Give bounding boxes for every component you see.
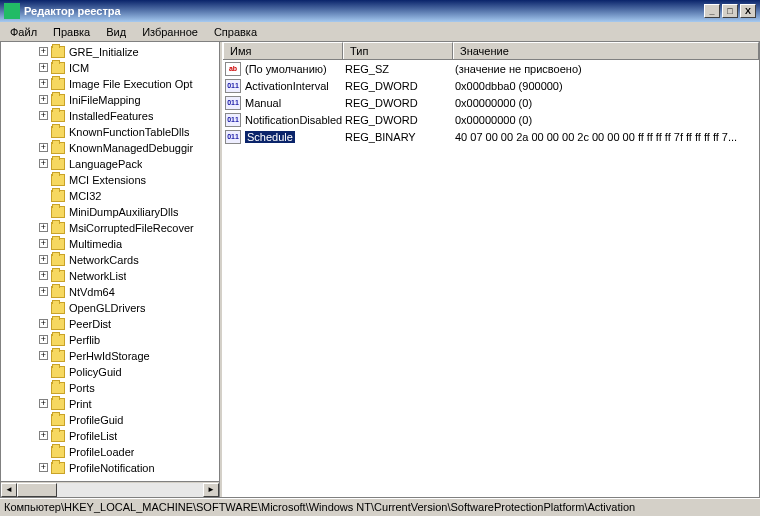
expand-icon[interactable]: + <box>39 223 48 232</box>
list-row[interactable]: 011NotificationDisabledREG_DWORD0x000000… <box>223 111 759 128</box>
cell-value: 40 07 00 00 2a 00 00 00 2c 00 00 00 ff f… <box>455 131 757 143</box>
tree-item[interactable]: +GRE_Initialize <box>1 44 219 60</box>
folder-icon <box>51 382 65 394</box>
tree-label: MiniDumpAuxiliaryDlls <box>69 206 178 218</box>
tree-item[interactable]: PolicyGuid <box>1 364 219 380</box>
expand-icon[interactable]: + <box>39 271 48 280</box>
tree-item[interactable]: ProfileGuid <box>1 412 219 428</box>
tree-item[interactable]: +Perflib <box>1 332 219 348</box>
menu-item-3[interactable]: Избранное <box>134 24 206 40</box>
list-body[interactable]: ab(По умолчанию)REG_SZ(значение не присв… <box>223 60 759 497</box>
tree-item[interactable]: +LanguagePack <box>1 156 219 172</box>
tree-item[interactable]: +PerHwIdStorage <box>1 348 219 364</box>
menu-item-2[interactable]: Вид <box>98 24 134 40</box>
scroll-right-button[interactable]: ► <box>203 483 219 497</box>
column-header-value[interactable]: Значение <box>453 42 759 59</box>
folder-icon <box>51 142 65 154</box>
close-button[interactable]: X <box>740 4 756 18</box>
expand-icon[interactable]: + <box>39 95 48 104</box>
folder-icon <box>51 286 65 298</box>
tree-label: InstalledFeatures <box>69 110 153 122</box>
tree-item[interactable]: +InstalledFeatures <box>1 108 219 124</box>
maximize-button[interactable]: □ <box>722 4 738 18</box>
expand-icon[interactable]: + <box>39 351 48 360</box>
tree-label: ProfileNotification <box>69 462 155 474</box>
expand-icon[interactable]: + <box>39 319 48 328</box>
expand-icon[interactable]: + <box>39 287 48 296</box>
menu-item-0[interactable]: Файл <box>2 24 45 40</box>
scroll-thumb[interactable] <box>17 483 57 497</box>
expand-icon[interactable]: + <box>39 335 48 344</box>
tree-label: MCI32 <box>69 190 101 202</box>
column-header-type[interactable]: Тип <box>343 42 453 59</box>
tree-item[interactable]: MCI32 <box>1 188 219 204</box>
tree-item[interactable]: +NetworkCards <box>1 252 219 268</box>
expand-icon[interactable]: + <box>39 47 48 56</box>
tree-item[interactable]: +MsiCorruptedFileRecover <box>1 220 219 236</box>
column-header-name[interactable]: Имя <box>223 42 343 59</box>
tree-label: PeerDist <box>69 318 111 330</box>
folder-icon <box>51 254 65 266</box>
folder-icon <box>51 62 65 74</box>
menu-item-1[interactable]: Правка <box>45 24 98 40</box>
tree-item[interactable]: OpenGLDrivers <box>1 300 219 316</box>
folder-icon <box>51 414 65 426</box>
tree-label: ProfileList <box>69 430 117 442</box>
list-row[interactable]: 011ScheduleREG_BINARY40 07 00 00 2a 00 0… <box>223 128 759 145</box>
tree-item[interactable]: +Print <box>1 396 219 412</box>
tree-label: ProfileLoader <box>69 446 134 458</box>
tree-item[interactable]: MiniDumpAuxiliaryDlls <box>1 204 219 220</box>
binary-value-icon: 011 <box>225 79 241 93</box>
list-pane: Имя Тип Значение ab(По умолчанию)REG_SZ(… <box>223 42 759 497</box>
minimize-button[interactable]: _ <box>704 4 720 18</box>
expand-icon[interactable]: + <box>39 399 48 408</box>
menu-item-4[interactable]: Справка <box>206 24 265 40</box>
folder-icon <box>51 206 65 218</box>
scroll-left-button[interactable]: ◄ <box>1 483 17 497</box>
app-icon <box>4 3 20 19</box>
tree-item[interactable]: KnownFunctionTableDlls <box>1 124 219 140</box>
tree-item[interactable]: +Image File Execution Opt <box>1 76 219 92</box>
list-row[interactable]: ab(По умолчанию)REG_SZ(значение не присв… <box>223 60 759 77</box>
string-value-icon: ab <box>225 62 241 76</box>
expand-icon[interactable]: + <box>39 79 48 88</box>
expand-icon[interactable]: + <box>39 159 48 168</box>
statusbar: Компьютер\HKEY_LOCAL_MACHINE\SOFTWARE\Mi… <box>0 498 760 516</box>
binary-value-icon: 011 <box>225 113 241 127</box>
expand-icon[interactable]: + <box>39 111 48 120</box>
tree-item[interactable]: +ProfileNotification <box>1 460 219 476</box>
tree-label: KnownManagedDebuggir <box>69 142 193 154</box>
folder-icon <box>51 302 65 314</box>
expand-icon[interactable]: + <box>39 255 48 264</box>
window-title: Редактор реестра <box>24 5 704 17</box>
expand-icon[interactable]: + <box>39 463 48 472</box>
tree-label: OpenGLDrivers <box>69 302 145 314</box>
tree-item[interactable]: ProfileLoader <box>1 444 219 460</box>
tree-item[interactable]: Ports <box>1 380 219 396</box>
folder-icon <box>51 446 65 458</box>
menubar: ФайлПравкаВидИзбранноеСправка <box>0 22 760 42</box>
binary-value-icon: 011 <box>225 130 241 144</box>
tree-content[interactable]: +GRE_Initialize+ICM+Image File Execution… <box>1 42 219 481</box>
tree-item[interactable]: +NtVdm64 <box>1 284 219 300</box>
cell-type: REG_DWORD <box>345 114 455 126</box>
tree-item[interactable]: +ProfileList <box>1 428 219 444</box>
expand-icon[interactable]: + <box>39 143 48 152</box>
list-row[interactable]: 011ActivationIntervalREG_DWORD0x000dbba0… <box>223 77 759 94</box>
folder-icon <box>51 462 65 474</box>
expand-icon[interactable]: + <box>39 431 48 440</box>
scroll-track[interactable] <box>17 483 203 497</box>
tree-item[interactable]: +ICM <box>1 60 219 76</box>
expand-icon[interactable]: + <box>39 239 48 248</box>
tree-item[interactable]: +PeerDist <box>1 316 219 332</box>
tree-item[interactable]: +KnownManagedDebuggir <box>1 140 219 156</box>
binary-value-icon: 011 <box>225 96 241 110</box>
tree-item[interactable]: +NetworkList <box>1 268 219 284</box>
tree-item[interactable]: MCI Extensions <box>1 172 219 188</box>
list-row[interactable]: 011ManualREG_DWORD0x00000000 (0) <box>223 94 759 111</box>
tree-label: Print <box>69 398 92 410</box>
expand-icon[interactable]: + <box>39 63 48 72</box>
cell-name: Schedule <box>245 131 345 143</box>
tree-item[interactable]: +IniFileMapping <box>1 92 219 108</box>
tree-item[interactable]: +Multimedia <box>1 236 219 252</box>
